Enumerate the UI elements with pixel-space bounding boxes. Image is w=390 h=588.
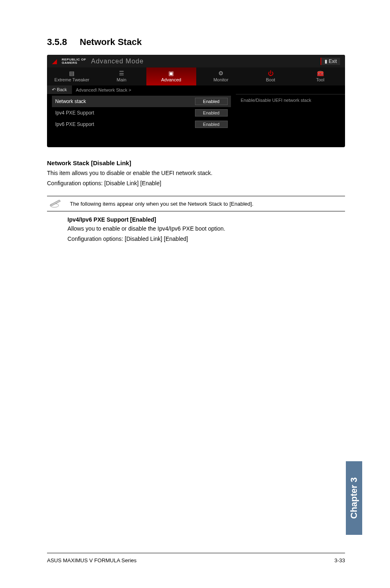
note-text: The following items appear only when you… [70, 201, 253, 207]
chapter-tab: Chapter 3 [346, 461, 362, 535]
brand-line2: GAMERS [62, 61, 86, 65]
bios-help-panel: Enable/Disable UEFI network stack [236, 94, 345, 147]
tab-label: Monitor [213, 77, 229, 82]
tab-label: Extreme Tweaker [54, 77, 89, 82]
section-heading: 3.5.8Network Stack [47, 37, 345, 47]
setting-label: Ipv6 PXE Support [55, 121, 94, 127]
setting-label: Network stack [55, 99, 86, 104]
tab-label: Main [117, 77, 126, 82]
list-icon: ☰ [97, 70, 147, 76]
back-button[interactable]: ↶ Back [47, 85, 72, 94]
help-text: Enable/Disable UEFI network stack [241, 98, 311, 103]
setting-ipv4-pxe[interactable]: Ipv4 PXE Support Enabled [52, 107, 231, 119]
stack-icon: ▤ [47, 70, 97, 76]
bios-header: ◢ REPUBLIC OF GAMERS Advanced Mode ▮ Exi… [47, 55, 345, 67]
bios-screenshot: ◢ REPUBLIC OF GAMERS Advanced Mode ▮ Exi… [47, 55, 345, 147]
page-footer: ASUS MAXIMUS V FORMULA Series 3-33 [47, 553, 345, 563]
setting-ipv6-pxe[interactable]: Ipv6 PXE Support Enabled [52, 119, 231, 130]
subsection2-desc: Allows you to enable or disable the Ipv4… [67, 224, 345, 233]
tab-label: Tool [316, 77, 324, 82]
setting-value[interactable]: Enabled [195, 98, 228, 105]
power-icon: ⏻ [246, 70, 296, 76]
section-number: 3.5.8 [47, 37, 80, 47]
setting-network-stack[interactable]: Network stack Enabled [52, 96, 231, 107]
subsection-title: Network Stack [Disable Link] [47, 159, 345, 166]
wrench-icon: ⚙ [196, 70, 246, 76]
tab-label: Boot [266, 77, 275, 82]
subsection-config: Configuration options: [Disable Link] [E… [47, 179, 345, 188]
tab-boot[interactable]: ⏻ Boot [246, 67, 296, 85]
breadcrumb-text: Advanced\ Network Stack > [72, 88, 131, 92]
footer-right: 3-33 [334, 557, 345, 563]
breadcrumb-row: ↶ Back Advanced\ Network Stack > [47, 85, 345, 94]
note-block: The following items appear only when you… [47, 196, 345, 211]
setting-value[interactable]: Enabled [195, 109, 228, 117]
chip-icon: ▣ [146, 70, 196, 76]
setting-value[interactable]: Enabled [195, 121, 228, 128]
footer-left: ASUS MAXIMUS V FORMULA Series [47, 557, 137, 563]
exit-label: Exit [329, 58, 337, 64]
exit-button[interactable]: ▮ Exit [321, 58, 340, 65]
section-title: Network Stack [80, 37, 142, 47]
toolbox-icon: 🧰 [296, 70, 345, 76]
subsection-desc: This item allows you to disable or enabl… [47, 169, 345, 177]
pencil-note-icon [47, 199, 62, 209]
mode-title: Advanced Mode [91, 58, 144, 65]
bios-brand: ◢ REPUBLIC OF GAMERS Advanced Mode [52, 57, 143, 65]
indented-subsection: Ipv4/Ipv6 PXE Support [Enabled] Allows y… [47, 216, 345, 243]
bios-main-panel: Network stack Enabled Ipv4 PXE Support E… [47, 94, 236, 147]
tabs-row: ▤ Extreme Tweaker ☰ Main ▣ Advanced ⚙ Mo… [47, 67, 345, 85]
tab-tool[interactable]: 🧰 Tool [296, 67, 345, 85]
subsection2-title: Ipv4/Ipv6 PXE Support [Enabled] [67, 216, 345, 223]
tab-label: Advanced [161, 77, 181, 82]
subsection2-config: Configuration options: [Disabled Link] [… [67, 235, 345, 243]
rog-logo-icon: ◢ [52, 57, 57, 65]
tab-monitor[interactable]: ⚙ Monitor [196, 67, 246, 85]
bios-body: Network stack Enabled Ipv4 PXE Support E… [47, 94, 345, 147]
tab-extreme-tweaker[interactable]: ▤ Extreme Tweaker [47, 67, 97, 85]
exit-icon: ▮ [325, 58, 327, 64]
back-arrow-icon: ↶ [52, 87, 56, 92]
tab-main[interactable]: ☰ Main [97, 67, 147, 85]
setting-label: Ipv4 PXE Support [55, 110, 94, 116]
chapter-tab-label: Chapter 3 [349, 477, 359, 518]
tab-advanced[interactable]: ▣ Advanced [146, 67, 196, 85]
back-label: Back [57, 87, 67, 92]
